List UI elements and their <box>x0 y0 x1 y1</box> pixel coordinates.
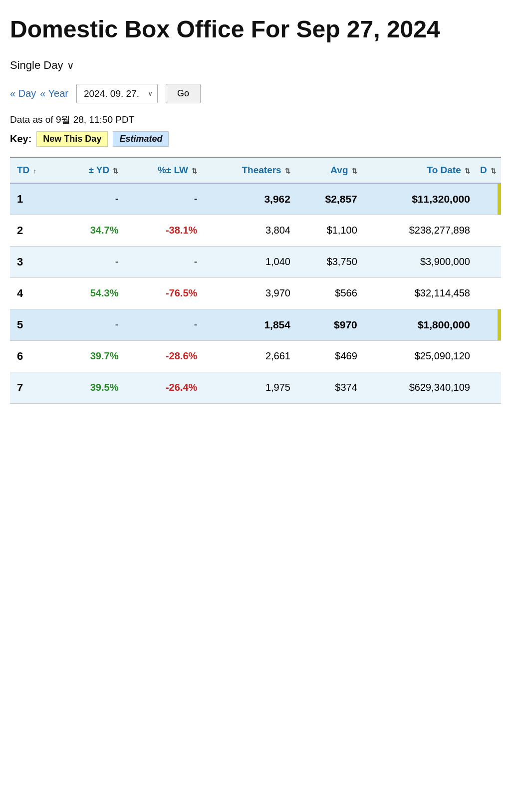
view-label: Single Day <box>10 59 63 72</box>
cell-to-date: $1,800,000 <box>362 309 475 340</box>
table-row: 1--3,962$2,857$11,320,000 <box>10 183 501 215</box>
cell-rank: 3 <box>10 246 60 277</box>
cell-yd: - <box>60 246 123 277</box>
cell-yd: 39.7% <box>60 340 123 372</box>
cell-theaters: 1,975 <box>202 372 295 403</box>
key-label: Key: <box>10 133 31 145</box>
new-day-bar <box>498 184 501 215</box>
cell-avg: $2,857 <box>295 183 362 215</box>
cell-lw: - <box>123 246 202 277</box>
sort-avg-icon: ⇅ <box>352 167 357 175</box>
table-row: 3--1,040$3,750$3,900,000 <box>10 246 501 277</box>
cell-to-date: $629,340,109 <box>362 372 475 403</box>
cell-to-date: $32,114,458 <box>362 277 475 309</box>
box-office-table: TD ↑ ± YD ⇅ %± LW ⇅ Theaters ⇅ <box>10 158 501 404</box>
nav-links: « Day « Year <box>10 88 68 99</box>
cell-lw: -38.1% <box>123 215 202 246</box>
th-avg[interactable]: Avg ⇅ <box>295 158 362 183</box>
table-row: 739.5%-26.4%1,975$374$629,340,109 <box>10 372 501 403</box>
cell-rank: 1 <box>10 183 60 215</box>
page-title: Domestic Box Office For Sep 27, 2024 <box>10 15 501 44</box>
cell-lw: - <box>123 309 202 340</box>
prev-day-link[interactable]: « Day <box>10 88 36 99</box>
cell-d <box>475 246 501 277</box>
cell-d <box>475 215 501 246</box>
cell-d <box>475 309 501 340</box>
cell-lw: - <box>123 183 202 215</box>
cell-d <box>475 372 501 403</box>
cell-yd: 54.3% <box>60 277 123 309</box>
date-select[interactable]: 2024. 09. 27. <box>76 84 158 103</box>
chevron-down-icon: ∨ <box>67 59 74 71</box>
th-d[interactable]: D ⇅ <box>475 158 501 183</box>
go-button[interactable]: Go <box>166 84 201 103</box>
view-selector[interactable]: Single Day ∨ <box>10 59 501 72</box>
th-todate[interactable]: To Date ⇅ <box>362 158 475 183</box>
cell-to-date: $25,090,120 <box>362 340 475 372</box>
table-row: 454.3%-76.5%3,970$566$32,114,458 <box>10 277 501 309</box>
table-container: TD ↑ ± YD ⇅ %± LW ⇅ Theaters ⇅ <box>10 157 501 404</box>
cell-to-date: $11,320,000 <box>362 183 475 215</box>
cell-avg: $469 <box>295 340 362 372</box>
nav-date-row: « Day « Year 2024. 09. 27. ∨ Go <box>10 84 501 103</box>
cell-avg: $566 <box>295 277 362 309</box>
cell-avg: $3,750 <box>295 246 362 277</box>
cell-theaters: 3,962 <box>202 183 295 215</box>
cell-d <box>475 340 501 372</box>
table-header-row: TD ↑ ± YD ⇅ %± LW ⇅ Theaters ⇅ <box>10 158 501 183</box>
th-yd[interactable]: ± YD ⇅ <box>60 158 123 183</box>
key-estimated: Estimated <box>113 131 169 147</box>
cell-rank: 7 <box>10 372 60 403</box>
cell-lw: -76.5% <box>123 277 202 309</box>
th-rank[interactable]: TD ↑ <box>10 158 60 183</box>
cell-rank: 5 <box>10 309 60 340</box>
page-container: Domestic Box Office For Sep 27, 2024 Sin… <box>0 0 511 414</box>
cell-yd: 34.7% <box>60 215 123 246</box>
key-row: Key: New This Day Estimated <box>10 131 501 147</box>
cell-rank: 2 <box>10 215 60 246</box>
cell-to-date: $3,900,000 <box>362 246 475 277</box>
key-new-this-day: New This Day <box>36 131 108 147</box>
cell-avg: $970 <box>295 309 362 340</box>
sort-theaters-icon: ⇅ <box>285 167 290 175</box>
th-lw[interactable]: %± LW ⇅ <box>123 158 202 183</box>
cell-theaters: 1,854 <box>202 309 295 340</box>
cell-lw: -26.4% <box>123 372 202 403</box>
cell-yd: 39.5% <box>60 372 123 403</box>
cell-avg: $374 <box>295 372 362 403</box>
cell-yd: - <box>60 183 123 215</box>
cell-yd: - <box>60 309 123 340</box>
sort-td-icon: ↑ <box>33 167 37 175</box>
cell-rank: 6 <box>10 340 60 372</box>
cell-theaters: 2,661 <box>202 340 295 372</box>
th-theaters[interactable]: Theaters ⇅ <box>202 158 295 183</box>
cell-theaters: 3,804 <box>202 215 295 246</box>
new-day-bar <box>498 309 501 340</box>
cell-theaters: 3,970 <box>202 277 295 309</box>
cell-to-date: $238,277,898 <box>362 215 475 246</box>
cell-rank: 4 <box>10 277 60 309</box>
table-row: 234.7%-38.1%3,804$1,100$238,277,898 <box>10 215 501 246</box>
cell-lw: -28.6% <box>123 340 202 372</box>
data-info: Data as of 9월 28, 11:50 PDT <box>10 113 501 126</box>
prev-year-link[interactable]: « Year <box>40 88 68 99</box>
cell-d <box>475 183 501 215</box>
cell-theaters: 1,040 <box>202 246 295 277</box>
cell-avg: $1,100 <box>295 215 362 246</box>
sort-d-icon: ⇅ <box>491 167 496 175</box>
date-select-wrapper: 2024. 09. 27. ∨ <box>76 84 158 103</box>
sort-yd-icon: ⇅ <box>113 167 118 175</box>
sort-todate-icon: ⇅ <box>465 167 470 175</box>
table-row: 639.7%-28.6%2,661$469$25,090,120 <box>10 340 501 372</box>
table-row: 5--1,854$970$1,800,000 <box>10 309 501 340</box>
sort-lw-icon: ⇅ <box>192 167 197 175</box>
cell-d <box>475 277 501 309</box>
